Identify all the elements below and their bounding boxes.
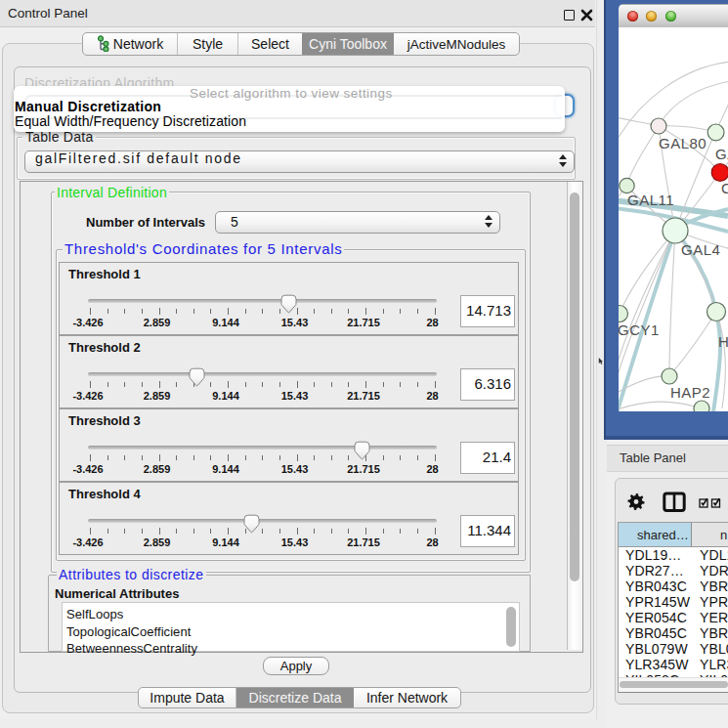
svg-text:GAL4: GAL4 <box>681 241 720 258</box>
svg-text:GCY1: GCY1 <box>619 321 660 338</box>
svg-text:C: C <box>721 180 728 196</box>
svg-text:HAP2: HAP2 <box>670 384 710 401</box>
svg-text:GA: GA <box>715 146 728 162</box>
svg-text:GAL11: GAL11 <box>627 192 674 208</box>
svg-text:HI: HI <box>718 333 728 350</box>
svg-text:GAL80: GAL80 <box>659 135 707 151</box>
